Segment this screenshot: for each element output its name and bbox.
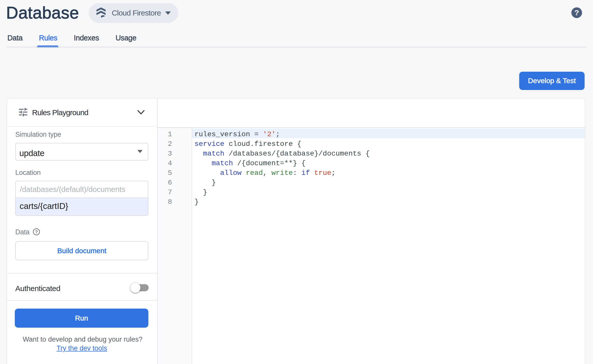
svg-text:?: ? <box>35 229 38 235</box>
